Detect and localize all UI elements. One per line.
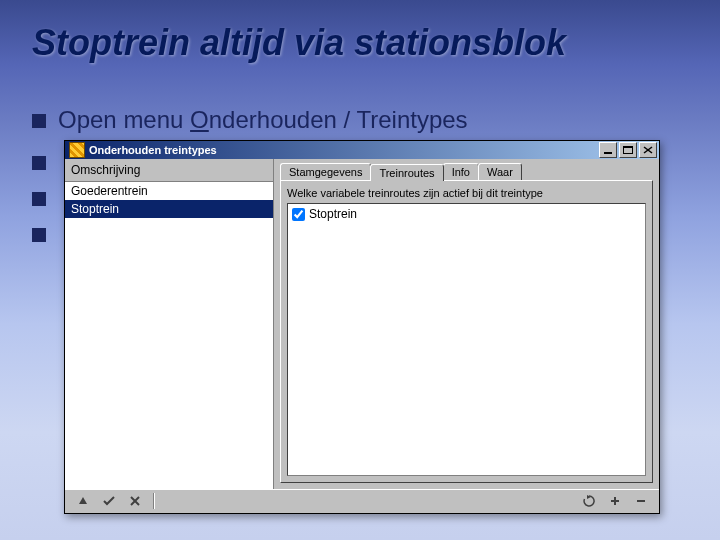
- bullet-row: Open menu Onderhouden / Treintypes: [32, 106, 468, 134]
- treintype-list[interactable]: GoederentreinStoptrein: [65, 182, 273, 489]
- svg-rect-1: [624, 147, 633, 154]
- pane-question: Welke variabele treinroutes zijn actief …: [287, 187, 646, 199]
- bullet-text: Open menu Onderhouden / Treintypes: [58, 106, 468, 134]
- svg-line-6: [131, 497, 139, 505]
- minimize-button[interactable]: [599, 142, 617, 158]
- svg-rect-0: [604, 152, 612, 154]
- confirm-button[interactable]: [97, 491, 121, 511]
- left-column-header[interactable]: Omschrijving: [65, 159, 273, 182]
- bullet-marker: [32, 192, 46, 206]
- close-button[interactable]: [639, 142, 657, 158]
- left-panel: Omschrijving GoederentreinStoptrein: [65, 159, 274, 489]
- window-onderhouden-treintypes: Onderhouden treintypes Omschrijving Goed…: [64, 140, 660, 514]
- bullet-marker: [32, 156, 46, 170]
- window-body: Omschrijving GoederentreinStoptrein Stam…: [65, 159, 659, 489]
- window-title: Onderhouden treintypes: [89, 144, 597, 156]
- maximize-button[interactable]: [619, 142, 637, 158]
- record-toolbar: [65, 489, 659, 512]
- svg-marker-5: [79, 497, 87, 504]
- bullet-marker: [32, 228, 46, 242]
- treinroute-check-label: Stoptrein: [309, 207, 357, 221]
- refresh-button[interactable]: [577, 491, 601, 511]
- svg-line-4: [644, 147, 652, 153]
- svg-marker-8: [587, 495, 591, 499]
- titlebar[interactable]: Onderhouden treintypes: [65, 141, 659, 159]
- toolbar-divider: [153, 493, 155, 509]
- remove-button[interactable]: [629, 491, 653, 511]
- tab-pane-treinroutes: Welke variabele treinroutes zijn actief …: [280, 180, 653, 483]
- cancel-button[interactable]: [123, 491, 147, 511]
- scroll-up-button[interactable]: [71, 491, 95, 511]
- svg-line-3: [644, 147, 652, 153]
- svg-line-7: [131, 497, 139, 505]
- tab-waar[interactable]: Waar: [478, 163, 522, 180]
- add-button[interactable]: [603, 491, 627, 511]
- tab-stamgegevens[interactable]: Stamgegevens: [280, 163, 371, 180]
- treinroute-checklist: Stoptrein: [287, 203, 646, 476]
- tab-treinroutes[interactable]: Treinroutes: [370, 164, 443, 181]
- treintype-list-item[interactable]: Stoptrein: [65, 200, 273, 218]
- bullet-marker: [32, 114, 46, 128]
- right-panel: StamgegevensTreinroutesInfoWaar Welke va…: [274, 159, 659, 489]
- treinroute-checkbox[interactable]: [292, 208, 305, 221]
- app-icon: [69, 142, 85, 158]
- treintype-list-item[interactable]: Goederentrein: [65, 182, 273, 200]
- svg-rect-2: [623, 146, 633, 148]
- treinroute-check-row[interactable]: Stoptrein: [290, 206, 643, 222]
- tab-info[interactable]: Info: [443, 163, 479, 180]
- slide-title: Stoptrein altijd via stationsblok: [32, 22, 566, 64]
- tab-bar: StamgegevensTreinroutesInfoWaar: [274, 159, 659, 180]
